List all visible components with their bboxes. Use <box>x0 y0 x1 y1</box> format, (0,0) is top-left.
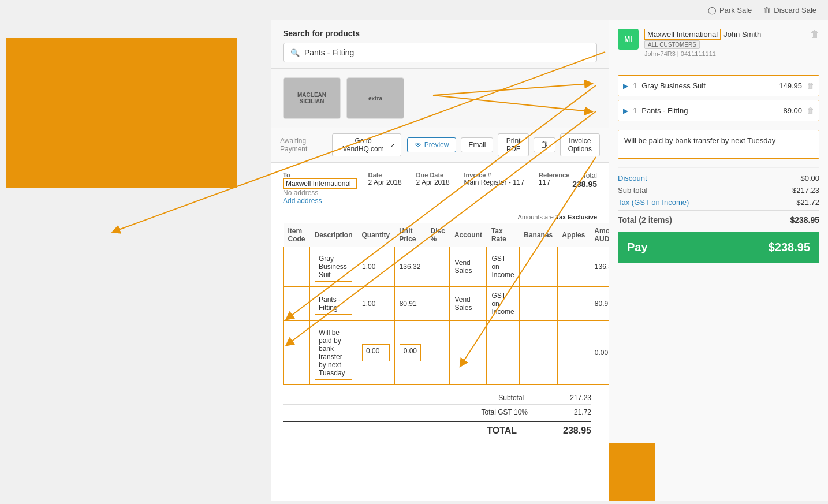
desc-box-1: Pants - Fitting <box>315 293 352 315</box>
print-pdf-button[interactable]: Print PDF <box>498 133 528 156</box>
subtotal-row-right: Sub total $217.23 <box>618 186 819 195</box>
search-box: 🔍 <box>283 43 597 62</box>
invoice-options-button[interactable]: Invoice Options <box>560 133 600 156</box>
disc-2 <box>426 321 450 385</box>
account-2 <box>450 321 487 385</box>
amount-2: 0.00 <box>590 321 609 385</box>
col-quantity: Quantity <box>357 223 395 247</box>
park-sale-button[interactable]: ◯ Park Sale <box>708 6 752 14</box>
line-item-delete-0[interactable]: 🗑 <box>807 81 814 90</box>
apples-2 <box>557 321 590 385</box>
col-tax-rate: Tax Rate <box>487 223 519 247</box>
col-apples: Apples <box>557 223 590 247</box>
qty-2: 0.00 <box>357 321 395 385</box>
product-card-1[interactable]: extra <box>346 77 404 119</box>
table-row: Will be paid by bank transfer by next Tu… <box>284 321 609 385</box>
trash-icon: 🗑 <box>763 6 771 14</box>
subtotal-row: Subtotal 217.23 <box>283 394 591 402</box>
top-bar: ◯ Park Sale 🗑 Discard Sale <box>0 0 828 20</box>
email-button[interactable]: Email <box>461 137 493 152</box>
desc-box-0: Gray Business Suit <box>315 252 352 282</box>
preview-button[interactable]: 👁 Preview <box>407 137 457 152</box>
customer-info: Maxwell International John Smith ALL CUS… <box>644 29 804 57</box>
total-section: Total 238.95 <box>572 171 597 189</box>
col-account: Account <box>450 223 487 247</box>
qty-box-2: 0.00 <box>362 344 390 361</box>
toolbar-right: 👁 Preview Email Print PDF 🗍 Invoice Opti… <box>407 133 600 156</box>
vend-btn[interactable]: Go to VendHQ.com ➚ <box>332 133 401 156</box>
add-address-link[interactable]: Add address <box>283 197 572 205</box>
customer-delete-button[interactable]: 🗑 <box>810 29 819 39</box>
pay-button[interactable]: Pay $238.95 <box>618 232 819 263</box>
external-link-icon: ➚ <box>390 142 395 148</box>
desc-box-2: Will be paid by bank transfer by next Tu… <box>315 326 352 380</box>
customer-name-link[interactable]: Maxwell International <box>644 29 721 40</box>
customer-name-secondary: John Smith <box>723 30 761 39</box>
invoice-toolbar: Awaiting Payment Go to VendHQ.com ➚ 👁 Pr… <box>271 128 609 163</box>
copy-icon: 🗍 <box>541 141 548 149</box>
line-item-name-1: Pants - Fitting <box>641 106 783 115</box>
gst-value: 21.72 <box>574 408 591 416</box>
invoice-num-header: Invoice # <box>464 171 527 178</box>
note-box[interactable]: Will be paid by bank transfer by next Tu… <box>618 130 819 159</box>
line-item-delete-1[interactable]: 🗑 <box>807 106 814 115</box>
right-panel-inner: MI Maxwell International John Smith ALL … <box>609 20 828 438</box>
total-label-right: Total (2 items) <box>618 215 672 225</box>
invoice-meta: To Date Due Date Invoice # Reference Max… <box>283 171 572 189</box>
copy-button[interactable]: 🗍 <box>534 137 555 152</box>
tax-rate-1: GST onIncome <box>487 287 519 321</box>
expand-icon-1[interactable]: ▶ <box>623 107 628 115</box>
reference-value: 117 <box>539 178 572 189</box>
discount-label[interactable]: Discount <box>618 174 647 182</box>
product-card-0[interactable]: MACLEAN SICILIAN <box>283 77 341 119</box>
tax-value-right: $21.72 <box>796 198 819 207</box>
subtotal-section: Subtotal 217.23 Total GST 10% 21.72 TOTA… <box>283 394 597 436</box>
summary-section: Discount $0.00 Sub total $217.23 Tax (GS… <box>618 167 819 225</box>
subtotal-label-right: Sub total <box>618 186 647 195</box>
col-description: Description <box>310 223 357 247</box>
clock-icon: ◯ <box>708 6 717 14</box>
invoice-customer-link[interactable]: Maxwell International <box>283 178 357 189</box>
orange-placeholder-bottom <box>609 443 655 501</box>
col-disc: Disc % <box>426 223 450 247</box>
tax-label-right[interactable]: Tax (GST on Income) <box>618 198 689 207</box>
col-bananas: Bananas <box>519 223 557 247</box>
search-icon: 🔍 <box>290 48 300 57</box>
invoice-table: Item Code Description Quantity Unit Pric… <box>283 223 609 385</box>
product-grid: MACLEAN SICILIAN extra <box>271 69 609 128</box>
gst-row: Total GST 10% 21.72 <box>283 404 591 416</box>
total-value-right: $238.95 <box>790 215 819 225</box>
date-header: Date <box>368 171 405 178</box>
total-label: Total <box>572 171 597 180</box>
bananas-1 <box>519 287 557 321</box>
discount-row: Discount $0.00 <box>618 174 819 182</box>
description-2: Will be paid by bank transfer by next Tu… <box>310 321 357 385</box>
item-code-2 <box>284 321 310 385</box>
unit-price-2: 0.00 <box>394 321 426 385</box>
invoice-header-row: To Date Due Date Invoice # Reference Max… <box>283 171 597 205</box>
search-input[interactable] <box>304 48 590 57</box>
list-item[interactable]: ▶ 1 Gray Business Suit 149.95 🗑 <box>618 75 819 96</box>
bananas-0 <box>519 247 557 287</box>
amount-1: 80.91 <box>590 287 609 321</box>
price-box-2: 0.00 <box>400 344 421 361</box>
eye-icon: 👁 <box>415 141 422 149</box>
customer-tag: ALL CUSTOMERS <box>644 40 804 48</box>
customer-name-row: Maxwell International John Smith <box>644 29 804 40</box>
list-item[interactable]: ▶ 1 Pants - Fitting 89.00 🗑 <box>618 100 819 121</box>
disc-0 <box>426 247 450 287</box>
invoice-value: Main Register - 117 <box>464 178 527 189</box>
search-section: Search for products 🔍 <box>271 20 609 69</box>
discard-sale-button[interactable]: 🗑 Discard Sale <box>763 6 816 14</box>
main-layout: Search for products 🔍 MACLEAN SICILIAN e… <box>0 20 828 501</box>
description-0: Gray Business Suit <box>310 247 357 287</box>
line-item-qty-1: 1 <box>633 106 637 115</box>
invoice-to-section: To Date Due Date Invoice # Reference Max… <box>283 171 572 205</box>
subtotal-value-right: $217.23 <box>792 186 819 195</box>
tax-rate-0: GST onIncome <box>487 247 519 287</box>
customer-section: MI Maxwell International John Smith ALL … <box>618 29 819 66</box>
search-label: Search for products <box>283 29 597 38</box>
expand-icon-0[interactable]: ▶ <box>623 82 628 90</box>
discount-value: $0.00 <box>800 174 819 182</box>
invoice-content: To Date Due Date Invoice # Reference Max… <box>271 163 609 447</box>
